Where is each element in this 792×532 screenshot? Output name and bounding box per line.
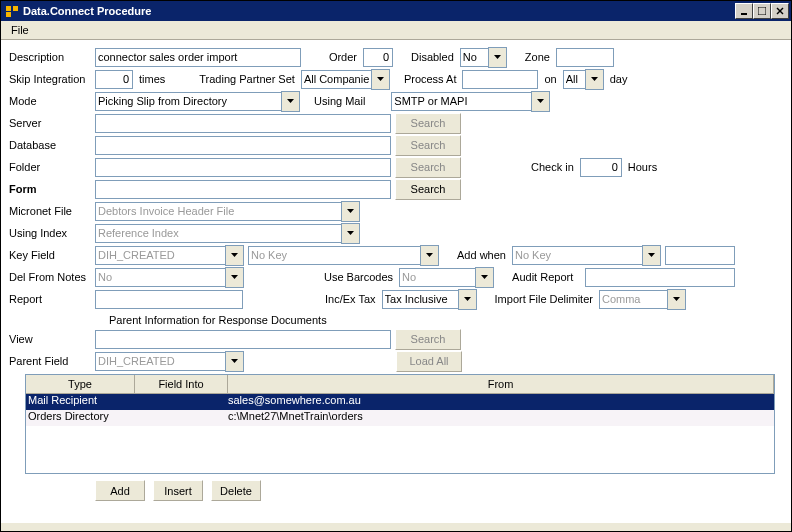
search-form-button[interactable]: Search [395, 179, 461, 200]
menu-file[interactable]: File [5, 22, 35, 38]
delete-button[interactable]: Delete [211, 480, 261, 501]
form-input[interactable] [95, 180, 391, 199]
disabled-select[interactable] [460, 47, 507, 68]
using-mail-select[interactable] [391, 91, 550, 112]
label-inc-ex-tax: Inc/Ex Tax [243, 293, 382, 305]
svg-marker-14 [231, 253, 238, 257]
import-file-delimiter-select[interactable] [599, 289, 686, 310]
search-server-button[interactable]: Search [395, 113, 461, 134]
svg-marker-16 [648, 253, 655, 257]
view-input[interactable] [95, 330, 391, 349]
cell-field-into [134, 394, 226, 410]
close-button[interactable] [771, 3, 789, 19]
title-bar: Data.Connect Procedure [1, 1, 791, 21]
add-when-select[interactable] [512, 245, 661, 266]
grid-button-row: Add Insert Delete [95, 480, 783, 501]
label-parent-field: Parent Field [9, 355, 95, 367]
grid-header-field-into[interactable]: Field Into [135, 375, 228, 393]
server-input[interactable] [95, 114, 391, 133]
dropdown-icon[interactable] [458, 289, 477, 310]
search-view-button[interactable]: Search [395, 329, 461, 350]
label-zone: Zone [507, 51, 556, 63]
maximize-button[interactable] [753, 3, 771, 19]
form-area: Description Order Disabled Zone Skip Int… [1, 40, 791, 522]
app-window: Data.Connect Procedure File Description … [0, 0, 792, 532]
inc-ex-tax-select[interactable] [382, 289, 477, 310]
zone-input[interactable] [556, 48, 614, 67]
grid-header-type[interactable]: Type [26, 375, 135, 393]
dropdown-icon[interactable] [371, 69, 390, 90]
use-barcodes-select[interactable] [399, 267, 494, 288]
svg-marker-7 [494, 55, 501, 59]
dropdown-icon[interactable] [585, 69, 604, 90]
grid-header-from[interactable]: From [228, 375, 774, 393]
key-field-select[interactable] [95, 245, 244, 266]
app-icon [5, 4, 19, 18]
svg-marker-12 [347, 209, 354, 213]
using-index-select[interactable] [95, 223, 360, 244]
label-check-in: Check in [461, 161, 580, 173]
svg-marker-11 [537, 99, 544, 103]
grid-body[interactable]: Mail Recipientsales@somewhere.com.auOrde… [26, 394, 774, 473]
label-view: View [9, 333, 95, 345]
parent-field-select[interactable] [95, 351, 244, 372]
dropdown-icon[interactable] [225, 267, 244, 288]
cell-type: Mail Recipient [26, 394, 134, 410]
data-grid[interactable]: Type Field Into From Mail Recipientsales… [25, 374, 775, 474]
dropdown-icon[interactable] [341, 223, 360, 244]
add-button[interactable]: Add [95, 480, 145, 501]
label-skip-integration: Skip Integration [9, 73, 95, 85]
label-hours: Hours [622, 161, 663, 173]
grid-header: Type Field Into From [26, 375, 774, 394]
dropdown-icon[interactable] [225, 245, 244, 266]
del-from-notes-select[interactable] [95, 267, 244, 288]
key-field-extra-select[interactable] [248, 245, 439, 266]
svg-rect-1 [13, 6, 18, 11]
dropdown-icon[interactable] [341, 201, 360, 222]
audit-report-input[interactable] [585, 268, 735, 287]
search-folder-button[interactable]: Search [395, 157, 461, 178]
svg-marker-10 [287, 99, 294, 103]
label-form: Form [9, 183, 95, 195]
minimize-button[interactable] [735, 3, 753, 19]
add-when-extra-input[interactable] [665, 246, 735, 265]
skip-integration-input[interactable] [95, 70, 133, 89]
label-using-mail: Using Mail [300, 95, 371, 107]
window-title: Data.Connect Procedure [23, 5, 151, 17]
micronet-file-select[interactable] [95, 201, 360, 222]
folder-input[interactable] [95, 158, 391, 177]
database-input[interactable] [95, 136, 391, 155]
svg-rect-4 [758, 7, 766, 15]
table-row[interactable]: Mail Recipientsales@somewhere.com.au [26, 394, 774, 410]
label-description: Description [9, 51, 95, 63]
cell-from: sales@somewhere.com.au [226, 394, 774, 410]
mode-select[interactable] [95, 91, 300, 112]
process-at-input[interactable] [462, 70, 538, 89]
cell-type: Orders Directory [26, 410, 134, 426]
table-row[interactable]: Orders Directoryc:\Mnet27\MnetTrain\orde… [26, 410, 774, 426]
description-input[interactable] [95, 48, 301, 67]
dropdown-icon[interactable] [281, 91, 300, 112]
dropdown-icon[interactable] [420, 245, 439, 266]
status-bar [1, 522, 791, 531]
check-in-input[interactable] [580, 158, 622, 177]
label-use-barcodes: Use Barcodes [244, 271, 399, 283]
svg-marker-18 [481, 275, 488, 279]
load-all-button[interactable]: Load All [396, 351, 462, 372]
label-order: Order [301, 51, 363, 63]
report-input[interactable] [95, 290, 243, 309]
label-server: Server [9, 117, 95, 129]
on-day-select[interactable] [563, 69, 604, 90]
dropdown-icon[interactable] [642, 245, 661, 266]
label-disabled: Disabled [393, 51, 460, 63]
insert-button[interactable]: Insert [153, 480, 203, 501]
label-database: Database [9, 139, 95, 151]
dropdown-icon[interactable] [475, 267, 494, 288]
search-database-button[interactable]: Search [395, 135, 461, 156]
trading-partner-set-select[interactable] [301, 69, 390, 90]
dropdown-icon[interactable] [225, 351, 244, 372]
dropdown-icon[interactable] [667, 289, 686, 310]
order-input[interactable] [363, 48, 393, 67]
dropdown-icon[interactable] [488, 47, 507, 68]
dropdown-icon[interactable] [531, 91, 550, 112]
